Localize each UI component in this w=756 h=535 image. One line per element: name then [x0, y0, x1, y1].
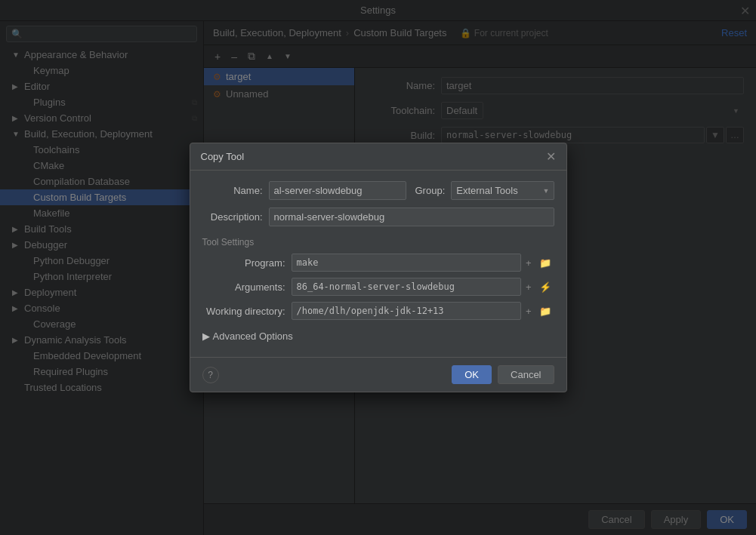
- modal-workdir-row: Working directory: + 📁: [202, 302, 554, 320]
- modal-workdir-folder-btn[interactable]: 📁: [536, 304, 554, 318]
- modal-program-folder-btn[interactable]: 📁: [536, 256, 554, 270]
- tool-settings-section: Tool Settings Program: + 📁 Arguments: + …: [202, 234, 554, 320]
- modal-program-label: Program:: [202, 257, 285, 269]
- modal-arguments-macro-btn[interactable]: ⚡: [536, 280, 554, 294]
- advanced-label: Advanced Options: [213, 331, 293, 342]
- modal-program-group: + 📁: [292, 254, 554, 272]
- modal-description-label: Description:: [202, 211, 263, 223]
- advanced-arrow-icon: ▶: [202, 331, 210, 342]
- modal-arguments-label: Arguments:: [202, 281, 285, 293]
- modal-name-label: Name:: [202, 185, 263, 196]
- modal-footer: ? OK Cancel: [190, 357, 566, 392]
- modal-arguments-add-btn[interactable]: +: [523, 280, 535, 294]
- modal-overlay: Copy Tool ✕ Name: Group: External Tools …: [0, 0, 756, 535]
- modal-workdir-label: Working directory:: [202, 306, 285, 317]
- modal-arguments-input[interactable]: [292, 278, 521, 296]
- modal-close-button[interactable]: ✕: [546, 149, 556, 164]
- modal-name-group-row: Name: Group: External Tools Default: [202, 181, 554, 200]
- modal-program-input[interactable]: [292, 254, 521, 272]
- modal-arguments-row: Arguments: + ⚡: [202, 278, 554, 296]
- tool-settings-label: Tool Settings: [202, 234, 554, 254]
- modal-name-input[interactable]: [269, 181, 406, 200]
- modal-arguments-group: + ⚡: [292, 278, 554, 296]
- modal-program-add-btn[interactable]: +: [523, 256, 535, 270]
- modal-group-select-wrapper: External Tools Default: [451, 181, 554, 200]
- modal-program-row: Program: + 📁: [202, 254, 554, 272]
- modal-workdir-group: + 📁: [292, 302, 554, 320]
- modal-title: Copy Tool: [201, 151, 245, 162]
- modal-workdir-add-btn[interactable]: +: [523, 304, 535, 318]
- modal-description-input[interactable]: [269, 208, 554, 226]
- modal-group-select[interactable]: External Tools Default: [451, 181, 554, 200]
- modal-description-row: Description:: [202, 208, 554, 226]
- modal-body: Name: Group: External Tools Default Desc…: [190, 171, 566, 357]
- modal-title-bar: Copy Tool ✕: [190, 143, 566, 171]
- modal-group-label: Group:: [415, 185, 446, 196]
- modal-workdir-input[interactable]: [292, 302, 521, 320]
- advanced-options-toggle[interactable]: ▶ Advanced Options: [202, 326, 554, 346]
- modal-ok-button[interactable]: OK: [452, 365, 492, 384]
- help-button[interactable]: ?: [202, 367, 219, 383]
- copy-tool-modal: Copy Tool ✕ Name: Group: External Tools …: [190, 143, 567, 392]
- modal-cancel-button[interactable]: Cancel: [498, 365, 554, 384]
